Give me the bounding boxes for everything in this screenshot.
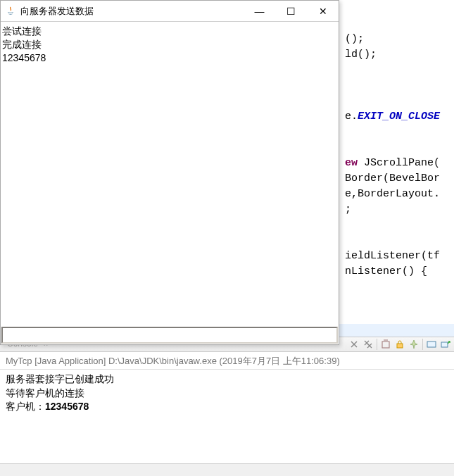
output-textarea[interactable]: 尝试连接 完成连接 12345678 bbox=[1, 22, 339, 326]
svg-rect-9 bbox=[427, 342, 436, 347]
java-client-window: 向服务器发送数据 — ☐ ✕ 尝试连接 完成连接 12345678 bbox=[0, 0, 339, 345]
window-title: 向服务器发送数据 bbox=[20, 5, 244, 18]
svg-rect-8 bbox=[397, 344, 403, 348]
output-line: 完成连接 bbox=[2, 38, 337, 51]
console-output[interactable]: 服务器套接字已创建成功 等待客户机的连接 客户机：12345678 bbox=[0, 370, 454, 417]
horizontal-scrollbar[interactable] bbox=[0, 463, 454, 476]
output-line: 12345678 bbox=[2, 51, 337, 65]
input-field-wrap bbox=[1, 327, 338, 344]
pin-console-icon[interactable] bbox=[408, 339, 420, 350]
display-console-icon[interactable] bbox=[426, 339, 437, 350]
console-panel: Console × MyTcp [Java Application] D:\Ja… bbox=[0, 337, 454, 417]
minimize-button[interactable]: — bbox=[244, 1, 275, 21]
java-icon bbox=[5, 6, 16, 17]
close-button[interactable]: ✕ bbox=[307, 1, 339, 21]
open-console-icon[interactable] bbox=[440, 339, 451, 350]
console-line: 服务器套接字已创建成功 bbox=[6, 372, 448, 387]
svg-rect-6 bbox=[382, 342, 389, 348]
svg-rect-10 bbox=[441, 342, 448, 347]
remove-all-icon[interactable] bbox=[362, 339, 374, 350]
clear-console-icon[interactable] bbox=[380, 339, 391, 350]
scroll-lock-icon[interactable] bbox=[394, 339, 405, 350]
message-input[interactable] bbox=[3, 328, 336, 342]
console-line: 客户机：12345678 bbox=[6, 400, 448, 414]
output-line: 尝试连接 bbox=[2, 25, 337, 38]
console-line: 等待客户机的连接 bbox=[6, 387, 448, 401]
console-run-description: MyTcp [Java Application] D:\Java\JDK\bin… bbox=[0, 352, 454, 370]
maximize-button[interactable]: ☐ bbox=[275, 1, 307, 21]
titlebar[interactable]: 向服务器发送数据 — ☐ ✕ bbox=[1, 1, 339, 22]
remove-launch-icon[interactable] bbox=[348, 339, 360, 350]
editor-caret-line bbox=[339, 324, 454, 338]
